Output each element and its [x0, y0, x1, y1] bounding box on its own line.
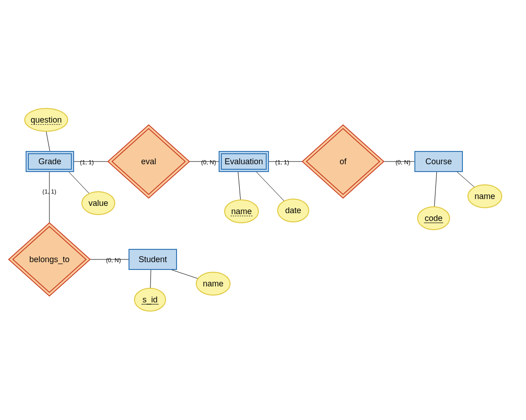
card-belongs-student: (0, N)	[106, 257, 121, 264]
entity-grade: Grade	[26, 151, 74, 172]
svg-text:Grade: Grade	[38, 157, 61, 166]
rel-of: of	[302, 125, 384, 198]
entity-student: Student	[129, 249, 177, 269]
svg-text:Course: Course	[425, 157, 452, 166]
card-grade-belongs: (1, 1)	[43, 188, 56, 195]
svg-text:belongs_to: belongs_to	[29, 255, 70, 264]
svg-text:s_id: s_id	[142, 295, 157, 305]
card-grade-eval: (1, 1)	[80, 159, 94, 166]
svg-text:name: name	[231, 207, 252, 216]
svg-text:Evaluation: Evaluation	[225, 157, 263, 166]
attr-student-name: name	[196, 272, 230, 295]
attr-student-sid: s_id	[134, 288, 166, 311]
svg-text:value: value	[88, 199, 108, 208]
entity-course: Course	[415, 151, 462, 172]
er-diagram: (1, 1) (0, N) (1, 1) (0, N) (1, 1) (0, N…	[0, 0, 526, 420]
svg-text:question: question	[31, 115, 62, 124]
svg-text:code: code	[424, 214, 442, 223]
attr-evaluation-name: name	[225, 200, 258, 223]
attr-grade-value: value	[82, 192, 115, 215]
card-eval-evaluation: (0, N)	[201, 159, 216, 166]
svg-text:name: name	[474, 192, 495, 201]
svg-text:of: of	[339, 157, 347, 166]
attr-course-name: name	[468, 185, 502, 208]
svg-text:Student: Student	[139, 255, 167, 264]
svg-text:date: date	[285, 206, 301, 215]
rel-eval: eval	[108, 125, 189, 198]
svg-text:eval: eval	[141, 157, 156, 166]
attr-evaluation-date: date	[278, 199, 309, 222]
card-of-course: (0, N)	[396, 159, 411, 166]
attr-grade-question: question	[25, 108, 68, 131]
attr-course-code: code	[418, 207, 450, 230]
entity-evaluation: Evaluation	[219, 151, 268, 172]
edge-grade-question	[46, 129, 50, 154]
card-evaluation-of: (1, 1)	[275, 159, 289, 166]
rel-belongs-to: belongs_to	[9, 223, 90, 296]
svg-text:name: name	[203, 279, 223, 288]
